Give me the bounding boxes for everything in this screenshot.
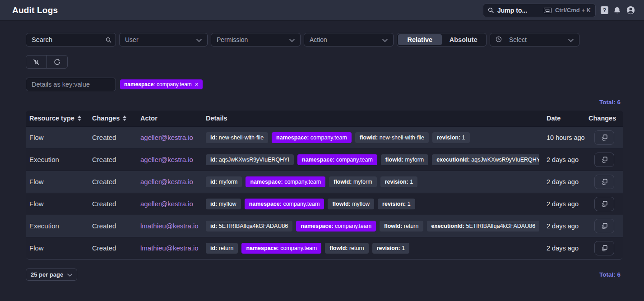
help-button[interactable]: ? [601, 6, 608, 14]
table-row[interactable]: Execution Created lmathieu@kestra.io id:… [26, 215, 623, 237]
resource-type-cell: Flow [26, 193, 88, 215]
file-compare-icon [600, 222, 608, 230]
tag-text: namespace: company.team [124, 81, 192, 88]
audit-table-body: Flow Created ageller@kestra.io id: new-s… [26, 126, 623, 259]
footer-total-label: Total: 6 [599, 271, 623, 278]
table-row[interactable]: Flow Created ageller@kestra.io id: myflo… [26, 193, 623, 215]
actor-link[interactable]: lmathieu@kestra.io [140, 244, 199, 252]
jump-to-search[interactable]: Ctrl/Cmd + K [483, 4, 596, 17]
detail-badge: id: aqsJwKXwsR9yVIuERQHYI [206, 154, 294, 165]
chevron-down-icon [382, 36, 388, 43]
table-row[interactable]: Flow Created ageller@kestra.io id: myfor… [26, 171, 623, 193]
chevron-down-icon [289, 36, 295, 43]
detail-badge: id: new-shell-with-file [206, 132, 268, 143]
detail-badge: flowId: return [380, 221, 423, 232]
changes-diff-button[interactable] [594, 153, 614, 167]
file-compare-icon [600, 156, 608, 164]
table-row[interactable]: Flow Created ageller@kestra.io id: new-s… [26, 126, 623, 148]
filters-row: User Permission Action Relative Absolute… [26, 33, 644, 46]
actor-link[interactable]: lmathieu@kestra.io [140, 222, 199, 230]
header-changes-action: Changes [585, 111, 623, 126]
changes-diff-button[interactable] [594, 175, 614, 189]
action-filter-select[interactable]: Action [304, 33, 394, 46]
refresh-icon [54, 59, 60, 65]
auto-refresh-off-button[interactable] [26, 55, 47, 69]
detail-badge: namespace: company.team [297, 154, 377, 165]
audit-table: Resource type Changes Actor Details Date… [26, 111, 623, 259]
detail-badge: flowId: myform [329, 176, 376, 187]
search-icon [488, 7, 494, 13]
tag-value: company.team [157, 81, 192, 88]
change-type-cell: Created [88, 193, 137, 215]
user-menu-button[interactable] [626, 5, 635, 15]
header-label: Changes [92, 115, 120, 122]
header-resource-type[interactable]: Resource type [26, 111, 88, 126]
resource-type-cell: Execution [26, 148, 88, 171]
actor-link[interactable]: ageller@kestra.io [140, 134, 193, 141]
change-type-cell: Created [88, 171, 137, 193]
detail-badge: id: return [206, 243, 238, 254]
resource-type-cell: Flow [26, 237, 88, 259]
actor-link[interactable]: ageller@kestra.io [140, 156, 193, 163]
actor-link[interactable]: ageller@kestra.io [140, 178, 193, 185]
notifications-button[interactable] [613, 6, 621, 14]
date-cell: 2 days ago [543, 215, 585, 237]
actor-link[interactable]: ageller@kestra.io [140, 200, 193, 208]
changes-diff-button[interactable] [594, 130, 614, 145]
per-page-select[interactable]: 25 per page [26, 269, 77, 281]
detail-badge: executionId: 5ETlRIBAlfqa4kGFADAU86 [427, 221, 540, 232]
chevron-down-icon [67, 271, 72, 278]
table-header-row: Resource type Changes Actor Details Date… [26, 111, 623, 126]
changes-diff-button[interactable] [594, 197, 614, 211]
file-compare-icon [600, 178, 608, 186]
detail-badge: id: myflow [206, 199, 241, 209]
close-icon[interactable]: × [195, 81, 199, 88]
detail-badge: revision: 1 [432, 132, 470, 143]
change-type-cell: Created [88, 126, 137, 148]
arrows-off-icon [32, 58, 40, 66]
detail-badge: flowId: myform [381, 154, 428, 165]
user-filter-label: User [125, 36, 139, 43]
navbar-right-cluster: Ctrl/Cmd + K ? [483, 4, 635, 17]
details-cell-badges: id: new-shell-with-filenamespace: compan… [206, 132, 539, 143]
resource-type-cell: Execution [26, 215, 88, 237]
resource-type-cell: Flow [26, 171, 88, 193]
page-title: Audit Logs [12, 5, 58, 15]
search-field-wrap [26, 33, 116, 46]
detail-badge: revision: 1 [380, 176, 418, 187]
toggle-relative[interactable]: Relative [398, 34, 442, 45]
avatar-icon [626, 5, 635, 15]
header-details: Details [202, 111, 543, 126]
detail-badge: executionId: aqsJwKXwsR9yVIuERQHYI [432, 154, 539, 165]
table-row[interactable]: Flow Created lmathieu@kestra.io id: retu… [26, 237, 623, 259]
header-date: Date [543, 111, 585, 126]
detail-badge: id: 5ETlRIBAlfqa4kGFADAU86 [206, 221, 292, 232]
permission-filter-select[interactable]: Permission [211, 33, 301, 46]
details-field-wrap [26, 78, 116, 91]
details-cell-badges: id: returnnamespace: company.teamflowId:… [206, 243, 539, 254]
date-cell: 10 hours ago [543, 126, 585, 148]
details-filter-input[interactable] [26, 78, 116, 91]
search-input[interactable] [26, 33, 116, 46]
toggle-absolute[interactable]: Absolute [442, 34, 486, 45]
main-content: User Permission Action Relative Absolute… [0, 21, 644, 281]
refresh-button[interactable] [46, 55, 68, 69]
table-footer: 25 per page Total: 6 [26, 269, 623, 281]
header-changes[interactable]: Changes [88, 111, 137, 126]
date-range-select[interactable]: Select [490, 33, 579, 46]
sort-icon [123, 116, 126, 121]
namespace-filter-tag: namespace: company.team × [120, 79, 203, 89]
table-row[interactable]: Execution Created ageller@kestra.io id: … [26, 148, 623, 171]
jump-to-input[interactable] [497, 7, 540, 14]
per-page-label: 25 per page [31, 271, 63, 278]
resource-type-cell: Flow [26, 126, 88, 148]
bell-icon [613, 6, 621, 14]
date-cell: 2 days ago [543, 237, 585, 259]
keyboard-icon [544, 8, 551, 13]
changes-diff-button[interactable] [594, 219, 614, 233]
detail-badge: id: myform [206, 176, 242, 187]
user-filter-select[interactable]: User [119, 33, 208, 46]
toolbar-button-group [26, 55, 644, 69]
changes-diff-button[interactable] [594, 241, 614, 255]
file-compare-icon [600, 134, 608, 142]
